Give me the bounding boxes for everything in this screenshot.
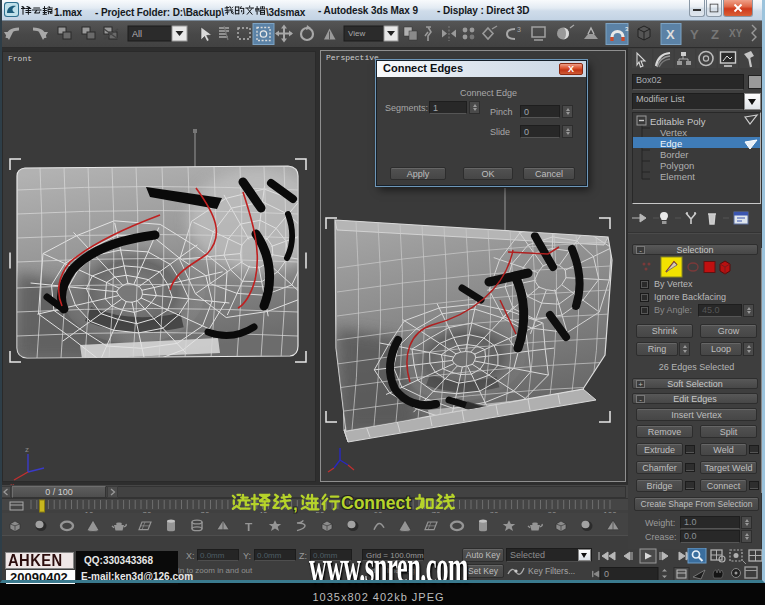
svg-text:3: 3 [517,26,521,33]
svg-text:Connect: Connect [341,493,411,513]
svg-text:All: All [132,29,142,39]
svg-text:Y: Y [690,27,699,42]
svg-text:T: T [245,520,253,533]
svg-text:,: , [293,495,298,514]
svg-text:Polygon: Polygon [660,160,694,171]
svg-text:Element: Element [660,171,695,182]
svg-text:Editable Poly: Editable Poly [650,116,706,127]
svg-text:Edge: Edge [660,138,682,149]
svg-text:Border: Border [660,149,689,160]
svg-text:Vertex: Vertex [660,127,687,138]
svg-text:View: View [348,29,365,38]
svg-text:X: X [666,27,675,42]
svg-text:Z: Z [711,27,719,42]
svg-text:XY: XY [729,28,743,39]
svg-text:0: 0 [604,569,609,579]
